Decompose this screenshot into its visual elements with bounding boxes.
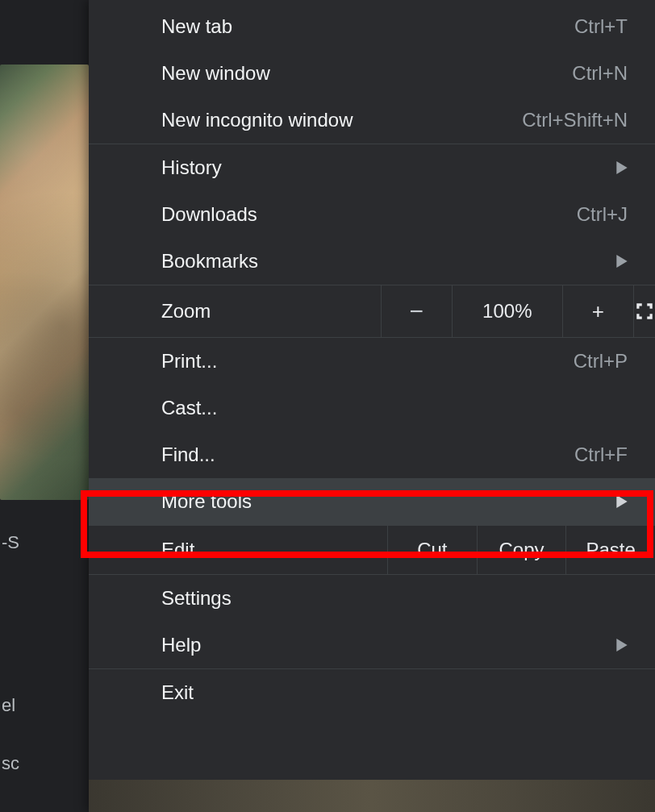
bottom-image-strip [89,780,655,812]
menu-shortcut: Ctrl+J [577,203,628,226]
submenu-arrow-icon [616,161,628,174]
menu-shortcut: Ctrl+P [574,350,628,373]
menu-label: Settings [161,587,232,610]
sidebar-text-el: el [0,695,40,716]
thumbnail-image [0,65,89,500]
zoom-level: 100% [452,285,562,337]
menu-label: New incognito window [161,109,353,131]
zoom-out-button[interactable]: − [381,285,452,337]
menu-item-find[interactable]: Find... Ctrl+F [89,431,655,478]
menu-item-history[interactable]: History [89,144,655,191]
browser-context-menu: New tab Ctrl+T New window Ctrl+N New inc… [89,0,655,812]
menu-shortcut: Ctrl+N [572,62,628,85]
menu-label: Exit [161,681,194,704]
menu-item-cast[interactable]: Cast... [89,385,655,431]
menu-item-zoom: Zoom − 100% + [89,285,655,337]
menu-item-settings[interactable]: Settings [89,575,655,622]
zoom-in-button[interactable]: + [562,285,633,337]
menu-label: New tab [161,15,232,38]
menu-item-new-window[interactable]: New window Ctrl+N [89,50,655,97]
menu-label: Downloads [161,203,257,226]
submenu-arrow-icon [616,255,628,268]
sidebar-text-sc: sc [0,753,40,774]
app-stage: -S el sc New tab Ctrl+T New window Ctrl+… [0,0,655,812]
menu-item-bookmarks[interactable]: Bookmarks [89,238,655,285]
menu-item-downloads[interactable]: Downloads Ctrl+J [89,191,655,238]
menu-label: Print... [161,350,217,373]
sidebar-text-s: -S [0,532,40,553]
menu-item-print[interactable]: Print... Ctrl+P [89,338,655,385]
edit-label: Edit [89,526,387,574]
menu-shortcut: Ctrl+Shift+N [522,109,628,131]
submenu-arrow-icon [616,495,628,508]
fullscreen-button[interactable] [633,285,655,337]
menu-label: New window [161,62,270,85]
menu-label: Bookmarks [161,250,258,273]
menu-label: Help [161,634,201,656]
menu-label: History [161,156,222,179]
menu-item-more-tools[interactable]: More tools [89,478,655,525]
submenu-arrow-icon [616,639,628,652]
fullscreen-icon [634,301,655,322]
edit-copy-button[interactable]: Copy [477,526,566,574]
left-sidebar: -S el sc [0,0,89,812]
edit-paste-button[interactable]: Paste [565,526,655,574]
menu-shortcut: Ctrl+F [574,443,628,466]
menu-item-new-tab[interactable]: New tab Ctrl+T [89,3,655,50]
menu-shortcut: Ctrl+T [574,15,628,38]
menu-label: More tools [161,490,252,513]
menu-item-new-incognito-window[interactable]: New incognito window Ctrl+Shift+N [89,97,655,144]
menu-item-exit[interactable]: Exit [89,669,655,716]
menu-label: Cast... [161,397,217,419]
zoom-label: Zoom [89,285,381,337]
edit-cut-button[interactable]: Cut [387,526,477,574]
menu-item-edit: Edit Cut Copy Paste [89,526,655,574]
menu-item-help[interactable]: Help [89,622,655,668]
menu-label: Find... [161,443,215,466]
